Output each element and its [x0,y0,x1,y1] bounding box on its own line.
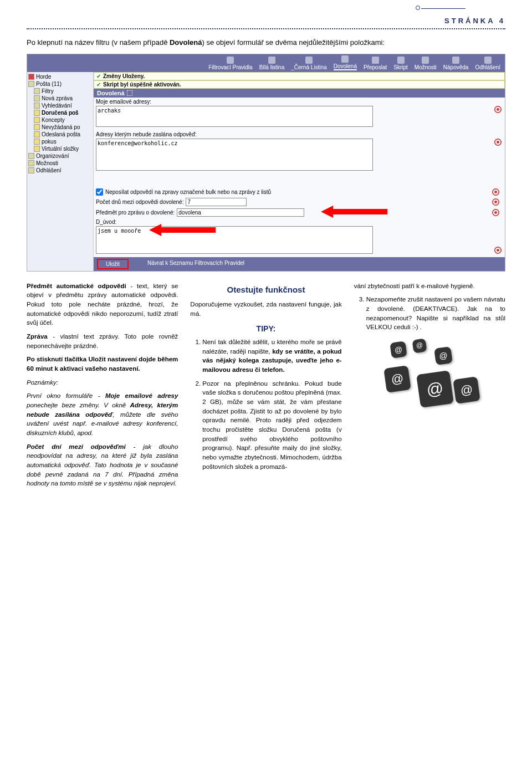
svg-point-5 [494,191,497,193]
tree-opts[interactable]: Možnosti [28,160,92,167]
subject-row: Předmět pro zprávu o dovolené: [94,207,505,218]
toolbar-item-vacation[interactable]: Dovolená [334,55,357,70]
toolbar-item-forward[interactable]: Přeposlat [364,57,387,70]
toolbar: Filtrovací Pravidla Bílá listina _Černá … [27,54,505,72]
intro-paragraph: Po klepnutí na název filtru (v našem pří… [27,37,505,48]
column-2: Otestujte funkčnost Doporučujeme vyzkouš… [190,282,341,493]
label-noreply: Adresy kterým nebude zaslána odpověď: [94,130,505,139]
help-icon[interactable] [494,247,502,254]
svg-point-12 [497,249,499,252]
back-link[interactable]: Návrat k Seznamu Filtrovacích Pravidel [145,259,247,269]
heading-tips: TIPY: [190,323,341,334]
tree-virtual[interactable]: Virtuální složky [28,145,92,152]
toolbar-item-filter[interactable]: Filtrovací Pravidla [208,57,252,70]
help-icon[interactable] [492,209,499,216]
svg-marker-13 [149,224,216,236]
bulk-checkbox[interactable] [96,188,103,196]
heading-test: Otestujte funkčnost [190,284,341,296]
corner-ornament [416,4,466,11]
toolbar-item-script[interactable]: Skript [393,57,408,70]
button-bar: Uložit Návrat k Seznamu Filtrovacích Pra… [94,257,505,271]
my-addresses-input[interactable]: archaks [96,106,373,127]
label-my-addresses: Moje emailové adresy: [94,98,505,106]
tree-org[interactable]: Organizování [28,152,92,160]
help-icon[interactable] [494,106,502,113]
svg-point-9 [494,211,497,214]
tree-newmsg[interactable]: Nová zpráva [28,95,92,102]
red-arrow-icon [149,224,216,236]
main-panel: ✔Změny Uloženy. ✔Skript byl úspěšně akti… [94,72,505,271]
toolbar-item-blacklist[interactable]: _Černá Listina [291,57,326,70]
tree-logout[interactable]: Odhlášení [28,167,92,174]
gear-icon[interactable] [127,90,132,96]
tree-filters[interactable]: Filtry [28,88,92,95]
svg-point-3 [497,141,499,144]
svg-point-1 [497,108,499,111]
tree-drafts[interactable]: Koncepty [28,116,92,124]
toolbar-item-whitelist[interactable]: Bílá listina [259,57,285,70]
dotted-separator [27,28,505,29]
save-button[interactable]: Uložit [97,259,129,269]
svg-point-7 [494,201,497,203]
tip-2: Pozor na přeplněnou schránku. Pokud bude… [202,379,341,472]
tree-spam[interactable]: Nevyžádaná po [28,124,92,131]
subject-input[interactable] [177,208,304,217]
app-screenshot: Filtrovací Pravidla Bílá listina _Černá … [27,54,505,272]
section-header: Dovolená [94,89,505,98]
tree-horde[interactable]: Horde [28,73,92,80]
sidebar-tree: Horde Pošta (11) Filtry Nová zpráva Vyhl… [27,72,94,271]
noreply-input[interactable]: konference@workoholic.cz [96,139,373,171]
toolbar-item-options[interactable]: Možnosti [415,57,437,70]
svg-marker-10 [321,206,387,218]
tree-inbox[interactable]: Doručená poš [28,109,92,116]
page-number: STRÁNKA 4 [27,17,505,25]
body-input[interactable]: jsem u moooře [96,226,373,254]
tree-search[interactable]: Vyhledávání [28,102,92,109]
at-cubes-illustration: @ @ @ @ @ @ [374,336,485,420]
help-icon[interactable] [492,188,499,196]
help-icon[interactable] [494,139,502,146]
tip-1: Není tak důležité sdělit, u kterého moře… [202,337,341,375]
column-3: vání zbytečností patří k e-mailové hygie… [354,282,505,493]
tree-mail[interactable]: Pošta (11) [28,80,92,88]
help-icon[interactable] [492,198,499,206]
column-1: Předmět automatické odpovědi - text, kte… [27,282,178,493]
toolbar-item-help[interactable]: Nápověda [443,57,469,70]
status-script: ✔Skript byl úspěšně aktivován. [94,80,505,89]
days-input[interactable] [186,198,247,206]
toolbar-item-logout[interactable]: Odhlášení [475,57,500,70]
red-arrow-icon [321,206,387,218]
tree-pokus[interactable]: pokus [28,138,92,145]
bulk-checkbox-row: Neposílat odpovědí na zpravy označené bu… [94,187,505,197]
tip-3: Nezapomeňte zrušit nastavení po vašem ná… [366,295,505,332]
days-row: Počet dnů mezi odpovědi dovolené: [94,197,505,207]
tree-sent[interactable]: Odeslaná pošta [28,131,92,138]
status-saved: ✔Změny Uloženy. [94,72,505,80]
